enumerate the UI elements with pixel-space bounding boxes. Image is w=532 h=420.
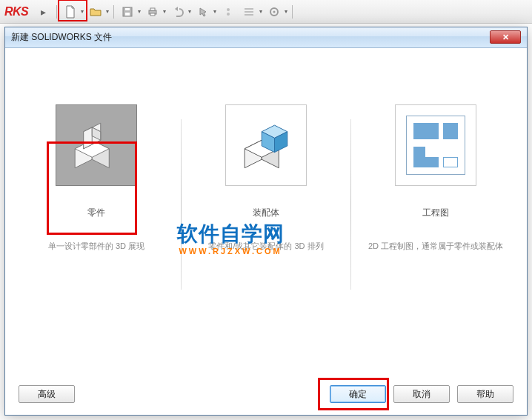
option-part-title: 零件: [87, 207, 105, 219]
svg-point-7: [227, 13, 230, 16]
option-drawing[interactable]: 工程图 2D 工程制图，通常属于零件或装配体: [365, 104, 506, 290]
cancel-button[interactable]: 取消: [393, 385, 450, 403]
separator: [113, 5, 114, 19]
option-part-desc: 单一设计零部件的 3D 展现: [48, 240, 144, 253]
separator: [181, 119, 182, 290]
dialog-button-row: 高级 确定 取消 帮助: [19, 385, 513, 403]
option-assembly-desc: 零件和/或其它装配体的 3D 排列: [208, 240, 323, 253]
undo-icon[interactable]: [169, 3, 187, 21]
ok-button[interactable]: 确定: [330, 385, 386, 403]
dialog-titlebar: 新建 SOLIDWORKS 文件: [5, 27, 527, 48]
svg-rect-8: [245, 8, 253, 10]
option-drawing-desc: 2D 工程制图，通常属于零件或装配体: [368, 240, 503, 253]
svg-rect-1: [125, 13, 130, 16]
drawing-icon-box: [395, 104, 476, 186]
svg-rect-5: [150, 13, 155, 16]
advanced-button[interactable]: 高级: [19, 385, 75, 403]
settings-gear-icon[interactable]: [265, 3, 283, 21]
svg-rect-10: [245, 14, 253, 16]
svg-point-12: [273, 10, 276, 13]
new-doc-icon[interactable]: [61, 3, 79, 21]
option-part[interactable]: 零件 单一设计零部件的 3D 展现: [26, 104, 167, 290]
option-assembly-title: 装配体: [253, 207, 279, 219]
svg-point-6: [227, 8, 230, 11]
app-toolbar: RKS ▸ ▾ ▾ ▾ ▾ ▾ ▾ ▾ ▾: [0, 0, 532, 24]
save-icon[interactable]: [119, 3, 136, 21]
options-icon[interactable]: [240, 3, 258, 21]
svg-rect-4: [150, 8, 155, 10]
option-assembly[interactable]: 装配体 零件和/或其它装配体的 3D 排列: [196, 104, 336, 290]
open-dropdown-caret-icon[interactable]: ▾: [106, 8, 109, 15]
app-logo: RKS: [1, 5, 31, 19]
help-button[interactable]: 帮助: [457, 385, 513, 403]
open-doc-icon[interactable]: [87, 3, 104, 21]
print-dropdown-caret-icon[interactable]: ▾: [163, 8, 166, 15]
document-type-options: 零件 单一设计零部件的 3D 展现 装配体: [19, 63, 513, 290]
close-button[interactable]: ✕: [490, 30, 521, 44]
undo-dropdown-caret-icon[interactable]: ▾: [188, 8, 191, 15]
dialog-title: 新建 SOLIDWORKS 文件: [11, 31, 112, 44]
svg-rect-9: [245, 11, 253, 13]
option-drawing-title: 工程图: [422, 207, 449, 219]
separator: [292, 5, 293, 19]
separator: [350, 119, 351, 290]
new-doc-dropdown-caret-icon[interactable]: ▾: [81, 8, 84, 15]
cursor-dropdown-caret-icon[interactable]: ▾: [213, 8, 216, 15]
rebuild-icon[interactable]: [219, 3, 237, 21]
part-icon: [56, 104, 137, 186]
save-dropdown-caret-icon[interactable]: ▾: [138, 8, 141, 15]
new-document-dialog: 新建 SOLIDWORKS 文件 ✕: [4, 27, 528, 416]
dialog-body: 零件 单一设计零部件的 3D 展现 装配体: [5, 48, 527, 415]
drawing-icon: [406, 116, 465, 175]
settings-dropdown-caret-icon[interactable]: ▾: [285, 8, 287, 15]
separator: [56, 5, 57, 19]
print-icon[interactable]: [144, 3, 162, 21]
cursor-icon[interactable]: [194, 3, 212, 21]
options-dropdown-caret-icon[interactable]: ▾: [259, 8, 262, 15]
triangle-right-icon[interactable]: ▸: [34, 3, 52, 21]
assembly-icon: [225, 104, 307, 186]
close-icon: ✕: [502, 33, 509, 42]
svg-rect-2: [125, 8, 130, 10]
